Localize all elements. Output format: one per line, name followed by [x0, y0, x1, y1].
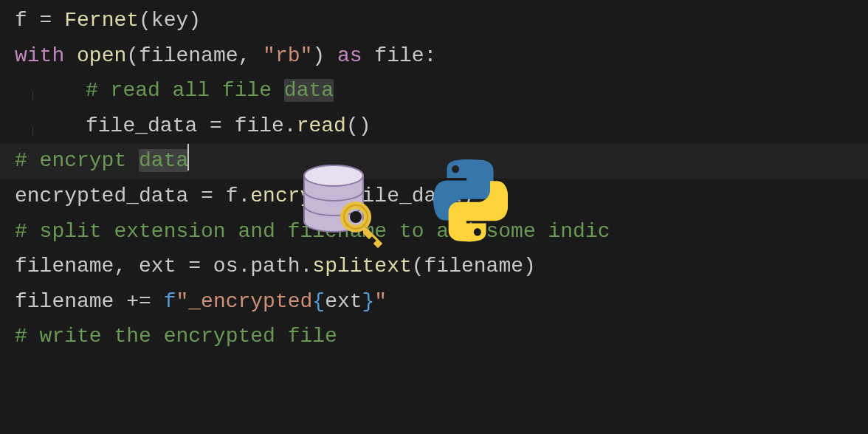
variable-filename: filename [424, 255, 523, 278]
fstring-brace-close: } [362, 290, 375, 313]
variable-file: file: [362, 44, 437, 67]
parens: () [346, 114, 371, 137]
method-encrypt: encrypt [250, 185, 337, 207]
variable-filename: filename [139, 44, 238, 67]
code-line-1: f = Fernet(key) [15, 3, 853, 38]
code-line-3: # read all file data [15, 73, 853, 108]
comment-write-encrypted: # write the encrypted file [15, 325, 337, 348]
code-line-6: encrypted_data = f.encrypt(file_data) [15, 179, 853, 214]
keyword-as: as [337, 44, 362, 67]
highlighted-data: data [284, 79, 334, 102]
module-os: os [201, 255, 238, 278]
variable-f: f [15, 9, 40, 32]
paren-close: ) [312, 44, 337, 67]
assignment-op: = [188, 255, 201, 278]
variable-filename-ext: filename, ext [15, 255, 188, 278]
indent-guide [32, 92, 33, 100]
comment-split-extension: # split extension and filename to add so… [15, 220, 610, 243]
dot: . [284, 114, 297, 137]
paren-close: ) [188, 9, 201, 32]
highlighted-data: data [139, 149, 188, 172]
variable-filename: filename [15, 290, 126, 313]
text-cursor [187, 144, 189, 170]
code-line-5-active: # encrypt data [0, 143, 868, 179]
comma: , [238, 44, 263, 67]
variable-file-data: file_data [350, 185, 461, 207]
variable-f: f [213, 185, 238, 207]
assignment-op: = [210, 114, 222, 137]
string-encrypted: "_encrypted [176, 290, 312, 313]
comment-encrypt-data: # encrypt [15, 149, 139, 172]
code-line-4: file_data = file.read() [15, 108, 853, 144]
code-line-9: filename += f"_encrypted{ext}" [15, 284, 853, 320]
variable-file-data: file_data [86, 114, 210, 137]
code-line-2: with open(filename, "rb") as file: [15, 38, 853, 74]
variable-key: key [151, 9, 188, 32]
string-rb: "rb" [263, 44, 312, 67]
paren-open: ( [337, 185, 350, 207]
dot: . [300, 255, 313, 278]
assignment-op: = [201, 185, 213, 207]
dot: . [238, 185, 250, 207]
function-open: open [77, 44, 126, 67]
space [151, 290, 164, 313]
fstring-prefix: f [164, 290, 176, 313]
code-line-8: filename, ext = os.path.splitext(filenam… [15, 249, 853, 284]
dot: . [238, 255, 250, 278]
paren-open: ( [126, 44, 139, 67]
module-path: path [250, 255, 300, 278]
code-line-7: # split extension and filename to add so… [15, 214, 853, 249]
fstring-brace-open: { [312, 290, 325, 313]
paren-close: ) [523, 255, 536, 278]
function-fernet: Fernet [52, 9, 139, 32]
paren-open: ( [139, 9, 151, 32]
assignment-op: = [40, 9, 52, 32]
comment-read-file: # read all file [86, 79, 284, 102]
indent-guide [32, 127, 33, 136]
assign-plus-eq: += [126, 290, 151, 313]
variable-ext: ext [325, 290, 362, 313]
string-quote-close: " [374, 290, 387, 313]
variable-encrypted-data: encrypted_data [15, 185, 201, 207]
paren-open: ( [412, 255, 424, 278]
paren-close: ) [461, 185, 474, 207]
function-splitext: splitext [312, 255, 411, 278]
code-editor[interactable]: f = Fernet(key) with open(filename, "rb"… [15, 3, 853, 354]
method-read: read [297, 114, 346, 137]
variable-file: file [222, 114, 284, 137]
keyword-with: with [15, 44, 64, 67]
code-line-10: # write the encrypted file [15, 319, 853, 354]
space [64, 44, 77, 67]
